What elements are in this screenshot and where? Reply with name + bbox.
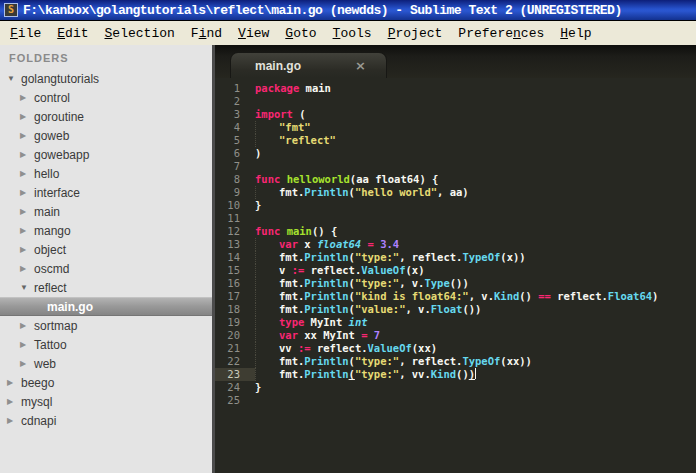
code-line-text[interactable]: fmt.Println("value:", v.Float()) [255,303,481,316]
triangle-right-icon[interactable]: ▶ [20,264,34,273]
triangle-down-icon[interactable]: ▼ [20,283,34,292]
tree-item-web[interactable]: ▶web [0,354,212,373]
menu-file[interactable]: File [2,24,49,43]
tree-item-hello[interactable]: ▶hello [0,164,212,183]
triangle-right-icon[interactable]: ▶ [7,378,21,387]
code-line-text[interactable]: fmt.Println("hello world", aa) [255,186,469,199]
code-line-text[interactable]: import ( [255,108,306,121]
code-line-text[interactable]: "fmt" [255,121,311,134]
editor-pane: main.go × 1package main23import (4"fmt"5… [215,45,696,473]
triangle-right-icon[interactable]: ▶ [20,359,34,368]
code-line-1: 1package main [215,82,696,95]
triangle-right-icon[interactable]: ▶ [20,93,34,102]
tab-main-go[interactable]: main.go × [230,52,387,78]
tree-item-sortmap[interactable]: ▶sortmap [0,316,212,335]
triangle-right-icon[interactable]: ▶ [7,397,21,406]
triangle-down-icon[interactable]: ▼ [7,74,21,83]
menu-view[interactable]: View [230,24,277,43]
triangle-right-icon[interactable]: ▶ [20,169,34,178]
code-line-text[interactable]: func helloworld(aa float64) { [255,173,438,186]
tree-item-interface[interactable]: ▶interface [0,183,212,202]
code-line-3: 3import ( [215,108,696,121]
line-number: 20 [215,329,255,342]
tree-item-goweb[interactable]: ▶goweb [0,126,212,145]
tree-item-label: goroutine [34,110,84,124]
tree-item-label: gowebapp [34,148,89,162]
code-line-text[interactable]: } [255,381,261,394]
tree-item-mango[interactable]: ▶mango [0,221,212,240]
triangle-right-icon[interactable]: ▶ [20,112,34,121]
code-line-text[interactable]: fmt.Println("type:", reflect.TypeOf(x)) [255,251,526,264]
tree-item-label: mysql [21,395,52,409]
menu-help[interactable]: Help [552,24,599,43]
triangle-right-icon[interactable]: ▶ [20,226,34,235]
menu-selection[interactable]: Selection [97,24,183,43]
tree-item-Tattoo[interactable]: ▶Tattoo [0,335,212,354]
code-line-4: 4"fmt" [215,121,696,134]
tree-item-reflect[interactable]: ▼reflect [0,278,212,297]
folders-header: FOLDERS [0,45,212,69]
menu-project[interactable]: Project [380,24,451,43]
sublime-app-icon[interactable]: S [4,3,18,17]
menu-goto[interactable]: Goto [277,24,324,43]
tree-item-oscmd[interactable]: ▶oscmd [0,259,212,278]
code-line-9: 9fmt.Println("hello world", aa) [215,186,696,199]
triangle-right-icon[interactable]: ▶ [20,131,34,140]
triangle-right-icon[interactable]: ▶ [20,245,34,254]
code-line-text[interactable]: var x float64 = 3.4 [255,238,399,251]
triangle-right-icon[interactable]: ▶ [20,188,34,197]
code-line-23: 23fmt.Println("type:", vv.Kind()) [215,368,696,381]
tree-item-golangtutorials[interactable]: ▼golangtutorials [0,69,212,88]
code-line-text[interactable]: vv := reflect.ValueOf(xx) [255,342,437,355]
tree-item-mysql[interactable]: ▶mysql [0,392,212,411]
tree-item-label: interface [34,186,80,200]
code-line-text[interactable]: package main [255,82,331,95]
code-line-text[interactable]: "reflect" [255,134,336,147]
tree-item-cdnapi[interactable]: ▶cdnapi [0,411,212,430]
tree-item-label: Tattoo [34,338,67,352]
code-line-text[interactable]: ) [255,147,261,160]
code-line-text[interactable]: fmt.Println("type:", v.Type()) [255,277,469,290]
code-line-text[interactable]: type MyInt int [255,316,368,329]
triangle-right-icon[interactable]: ▶ [20,150,34,159]
code-line-text[interactable]: fmt.Println("type:", reflect.TypeOf(xx)) [255,355,532,368]
code-area[interactable]: 1package main23import (4"fmt"5"reflect"6… [215,78,696,473]
code-line-text[interactable]: } [255,199,261,212]
tree-item-main-go[interactable]: main.go [0,297,212,316]
menu-preferences[interactable]: Preferences [450,24,552,43]
code-line-text[interactable]: func main() { [255,225,337,238]
tree-item-goroutine[interactable]: ▶goroutine [0,107,212,126]
tab-label: main.go [255,59,301,73]
code-line-13: 13var x float64 = 3.4 [215,238,696,251]
line-number: 14 [215,251,255,264]
tree-item-label: reflect [34,281,67,295]
line-number: 25 [215,394,255,407]
line-number: 16 [215,277,255,290]
tree-item-control[interactable]: ▶control [0,88,212,107]
tree-item-gowebapp[interactable]: ▶gowebapp [0,145,212,164]
tree-item-main[interactable]: ▶main [0,202,212,221]
tree-item-object[interactable]: ▶object [0,240,212,259]
tree-item-label: oscmd [34,262,69,276]
tree-item-label: main.go [47,300,93,314]
code-line-text[interactable]: fmt.Println("type:", vv.Kind()) [255,368,476,381]
code-line-text[interactable]: v := reflect.ValueOf(x) [255,264,424,277]
code-line-text[interactable]: var xx MyInt = 7 [255,329,380,342]
menu-tools[interactable]: Tools [325,24,380,43]
triangle-right-icon[interactable]: ▶ [20,340,34,349]
triangle-right-icon[interactable]: ▶ [7,416,21,425]
code-line-19: 19type MyInt int [215,316,696,329]
tab-close-icon[interactable]: × [355,59,366,72]
line-number: 23 [215,368,255,381]
tree-item-beego[interactable]: ▶beego [0,373,212,392]
code-line-22: 22fmt.Println("type:", reflect.TypeOf(xx… [215,355,696,368]
menu-find[interactable]: Find [183,24,230,43]
code-line-7: 7 [215,160,696,173]
folder-tree: ▼golangtutorials▶control▶goroutine▶goweb… [0,69,212,430]
menu-edit[interactable]: Edit [49,24,96,43]
triangle-right-icon[interactable]: ▶ [20,321,34,330]
code-line-text[interactable]: fmt.Println("kind is float64:", v.Kind()… [255,290,658,303]
triangle-right-icon[interactable]: ▶ [20,207,34,216]
line-number: 1 [215,82,255,95]
code-line-17: 17fmt.Println("kind is float64:", v.Kind… [215,290,696,303]
